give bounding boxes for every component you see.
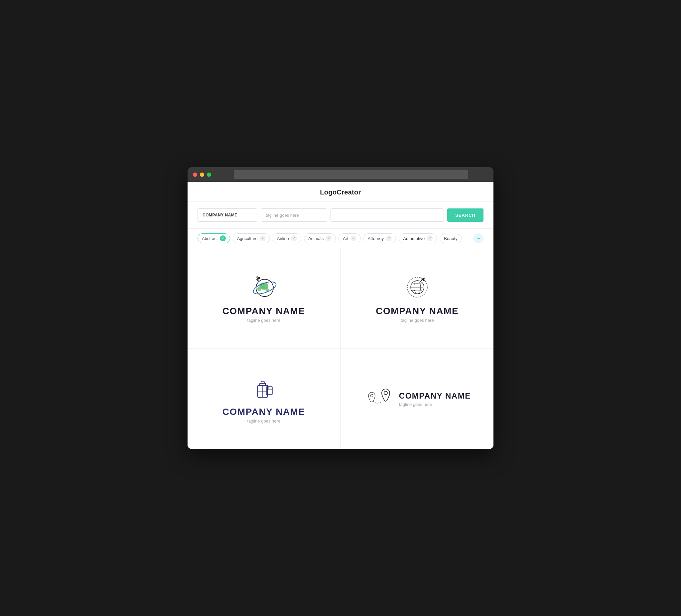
- logo-4-text: COMPANY NAME tagline goes here: [399, 391, 471, 407]
- svg-point-18: [384, 391, 387, 394]
- minimize-button[interactable]: [200, 173, 204, 177]
- logo-card-3[interactable]: COMPANY NAME tagline goes here: [187, 349, 340, 449]
- filter-tag-animals[interactable]: Animals ✓: [304, 233, 336, 243]
- check-icon-automotive: ✓: [427, 235, 433, 241]
- filter-label-automotive: Automotive: [403, 236, 425, 241]
- filter-label-attorney: Attorney: [368, 236, 384, 241]
- filter-label-airline: Airline: [277, 236, 289, 241]
- logo-2-company-name: COMPANY NAME: [376, 306, 458, 316]
- svg-rect-16: [267, 387, 269, 389]
- app-title: LogoCreator: [320, 188, 361, 196]
- logo-1-tagline: tagline goes here: [247, 318, 280, 323]
- check-icon-agriculture: ✓: [260, 235, 266, 241]
- logo-grid: COMPANY NAME tagline goes here: [187, 248, 494, 449]
- filter-label-art: Art: [343, 236, 349, 241]
- filter-next-button[interactable]: →: [474, 233, 483, 243]
- logo-icon-4: [364, 383, 394, 410]
- filter-label-beauty: Beauty: [444, 236, 457, 241]
- maximize-button[interactable]: [207, 173, 211, 177]
- filter-label-abstract: Abstract: [202, 236, 218, 241]
- filter-tag-beauty[interactable]: Beauty: [439, 234, 461, 243]
- filter-tag-automotive[interactable]: Automotive ✓: [399, 233, 437, 243]
- close-button[interactable]: [193, 173, 197, 177]
- app-content: LogoCreator SEARCH Abstract ✓ Agricultur…: [187, 182, 494, 449]
- check-icon-attorney: ✓: [386, 235, 392, 241]
- filter-label-animals: Animals: [308, 236, 324, 241]
- logo-3-tagline: tagline goes here: [247, 418, 280, 424]
- svg-point-12: [266, 397, 267, 398]
- check-icon-art: ✓: [351, 235, 356, 241]
- filter-tag-abstract[interactable]: Abstract ✓: [198, 233, 230, 243]
- check-icon-airline: ✓: [291, 235, 297, 241]
- extra-search-input[interactable]: [330, 208, 444, 222]
- filter-tag-airline[interactable]: Airline ✓: [273, 233, 301, 243]
- logo-4-company-name: COMPANY NAME: [399, 391, 471, 401]
- search-bar: SEARCH: [187, 202, 494, 229]
- search-button[interactable]: SEARCH: [447, 208, 483, 222]
- check-icon-abstract: ✓: [220, 235, 226, 241]
- tagline-input[interactable]: [261, 208, 327, 222]
- browser-titlebar: [187, 167, 494, 182]
- address-bar: [234, 170, 468, 179]
- svg-point-11: [258, 397, 260, 398]
- logo-card-2[interactable]: COMPANY NAME tagline goes here: [341, 248, 494, 348]
- logo-card-1[interactable]: COMPANY NAME tagline goes here: [187, 248, 340, 348]
- browser-window: LogoCreator SEARCH Abstract ✓ Agricultur…: [187, 167, 494, 449]
- check-icon-animals: ✓: [326, 235, 331, 241]
- filter-tag-attorney[interactable]: Attorney ✓: [363, 233, 396, 243]
- app-header: LogoCreator: [187, 182, 494, 202]
- logo-4-tagline: tagline goes here: [399, 402, 471, 407]
- logo-3-company-name: COMPANY NAME: [223, 407, 305, 417]
- logo-icon-2: [404, 274, 431, 301]
- logo-1-company-name: COMPANY NAME: [223, 306, 305, 316]
- logo-icon-3: [250, 375, 277, 401]
- logo-4-inline: COMPANY NAME tagline goes here: [364, 383, 471, 415]
- logo-2-tagline: tagline goes here: [401, 318, 434, 323]
- filter-tag-art[interactable]: Art ✓: [338, 233, 361, 243]
- filter-label-agriculture: Agriculture: [237, 236, 258, 241]
- logo-card-4[interactable]: COMPANY NAME tagline goes here: [341, 349, 494, 449]
- logo-icon-1: [249, 274, 279, 301]
- company-name-input[interactable]: [198, 208, 257, 222]
- svg-point-17: [371, 394, 373, 397]
- filter-tag-agriculture[interactable]: Agriculture ✓: [233, 233, 270, 243]
- filter-bar: Abstract ✓ Agriculture ✓ Airline ✓ Anima…: [187, 229, 494, 248]
